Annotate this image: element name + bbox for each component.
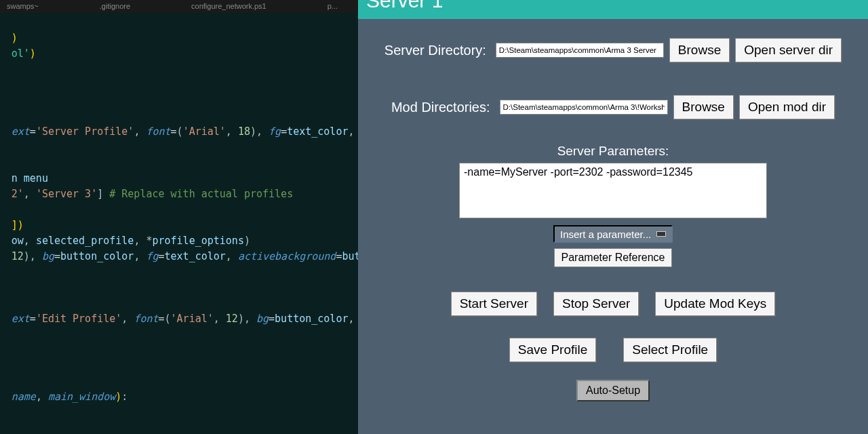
- server-params-input[interactable]: [459, 163, 767, 218]
- editor-tab[interactable]: p...: [328, 2, 338, 10]
- server-panel: Server 1 Server Directory: Browse Open s…: [358, 0, 868, 434]
- action-row-3: Auto-Setup: [358, 380, 868, 401]
- server-params-label: Server Parameters:: [557, 144, 669, 159]
- server-dir-browse-button[interactable]: Browse: [669, 38, 730, 62]
- action-row-1: Start Server Stop Server Update Mod Keys: [358, 292, 868, 316]
- code-editor[interactable]: swamps~ .gitignore configure_network.ps1…: [0, 0, 358, 434]
- parameter-reference-button[interactable]: Parameter Reference: [554, 248, 673, 267]
- start-server-button[interactable]: Start Server: [451, 292, 537, 316]
- mod-dir-section: Mod Directories: Browse Open mod dir: [358, 95, 868, 119]
- action-row-2: Save Profile Select Profile: [358, 338, 868, 362]
- open-mod-dir-button[interactable]: Open mod dir: [739, 95, 835, 119]
- dropdown-indicator-icon: [656, 231, 666, 237]
- server-dir-section: Server Directory: Browse Open server dir: [358, 38, 868, 62]
- select-profile-button[interactable]: Select Profile: [623, 338, 717, 362]
- update-mod-keys-button[interactable]: Update Mod Keys: [655, 292, 775, 316]
- auto-setup-button[interactable]: Auto-Setup: [576, 380, 650, 401]
- insert-parameter-label: Insert a parameter...: [560, 229, 651, 240]
- editor-tab[interactable]: .gitignore: [100, 2, 130, 10]
- mod-dir-input[interactable]: [500, 100, 668, 115]
- server-params-section: Server Parameters: Insert a parameter...…: [358, 144, 868, 267]
- server-dir-input[interactable]: [496, 43, 664, 58]
- mod-dir-label: Mod Directories:: [391, 100, 490, 115]
- editor-tab[interactable]: swamps~: [7, 2, 39, 10]
- stop-server-button[interactable]: Stop Server: [553, 292, 639, 316]
- insert-parameter-dropdown[interactable]: Insert a parameter...: [553, 225, 673, 243]
- code-area[interactable]: ) ol') ext='Server Profile', font=('Aria…: [0, 12, 222, 420]
- mod-dir-browse-button[interactable]: Browse: [673, 95, 734, 119]
- editor-tabs: swamps~ .gitignore configure_network.ps1…: [0, 0, 358, 12]
- panel-title-bar: Server 1: [358, 0, 868, 19]
- save-profile-button[interactable]: Save Profile: [509, 338, 596, 362]
- editor-tab[interactable]: configure_network.ps1: [191, 2, 267, 10]
- panel-title: Server 1: [366, 0, 443, 11]
- server-dir-label: Server Directory:: [384, 43, 486, 58]
- open-server-dir-button[interactable]: Open server dir: [735, 38, 842, 62]
